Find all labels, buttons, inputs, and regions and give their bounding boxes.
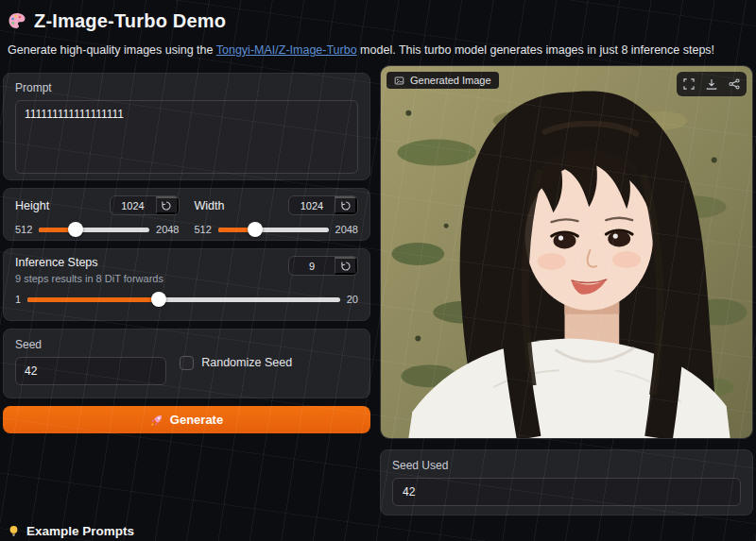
reset-icon — [161, 200, 172, 211]
main-layout: Prompt 111111111111111111 Height — [0, 65, 756, 516]
randomize-seed-label[interactable]: Randomize Seed — [201, 356, 292, 369]
randomize-seed-checkbox[interactable] — [180, 356, 194, 370]
description-text-before: Generate high-quality images using the — [8, 43, 216, 57]
height-reset-button[interactable] — [156, 196, 179, 214]
share-icon — [728, 77, 741, 91]
height-value-input[interactable] — [111, 196, 156, 214]
generate-button[interactable]: Generate — [3, 406, 370, 433]
steps-reset-button[interactable] — [335, 257, 357, 275]
prompt-label: Prompt — [15, 81, 358, 94]
width-min-label: 512 — [195, 224, 212, 235]
steps-slider-handle[interactable] — [151, 292, 166, 307]
description-text-after: model. This turbo model generates images… — [357, 43, 714, 57]
steps-number-box — [288, 256, 358, 276]
reset-icon — [340, 261, 352, 272]
generated-image-badge: Generated Image — [387, 72, 499, 89]
download-icon — [705, 77, 718, 91]
steps-max-label: 20 — [347, 294, 358, 305]
height-slider-handle[interactable] — [68, 222, 83, 237]
seed-label: Seed — [15, 338, 180, 351]
height-max-label: 2048 — [156, 224, 179, 235]
steps-slider-fill — [27, 297, 159, 302]
model-link[interactable]: Tongyi-MAI/Z-Image-Turbo — [216, 43, 357, 57]
height-slider-block: Height 512 — [15, 195, 180, 232]
height-slider-track[interactable] — [39, 228, 149, 232]
app-page: Z-Image-Turbo Demo Generate high-quality… — [0, 0, 756, 541]
steps-value-input[interactable] — [289, 257, 335, 275]
generated-image[interactable] — [381, 66, 752, 438]
rocket-icon — [150, 414, 163, 427]
seed-used-panel: Seed Used — [380, 449, 753, 516]
width-slider-block: Width 512 — [195, 195, 359, 232]
width-slider-handle[interactable] — [248, 222, 263, 237]
prompt-input[interactable]: 111111111111111111 — [15, 100, 358, 174]
output-column: Generated Image — [380, 65, 753, 516]
generated-image-badge-label: Generated Image — [410, 75, 491, 86]
steps-min-label: 1 — [15, 294, 21, 305]
image-icon — [394, 76, 404, 86]
download-button[interactable] — [701, 74, 722, 94]
example-prompts-label: Example Prompts — [26, 524, 134, 538]
width-number-box — [288, 195, 358, 215]
height-number-box — [110, 195, 180, 215]
generated-image-panel: Generated Image — [380, 65, 753, 439]
share-button[interactable] — [724, 74, 745, 94]
inference-steps-panel: Inference Steps 9 steps results in 8 DiT… — [3, 248, 370, 321]
fullscreen-icon — [682, 77, 696, 91]
page-title: Z-Image-Turbo Demo — [34, 10, 226, 32]
height-label: Height — [15, 199, 49, 212]
width-reset-button[interactable] — [335, 196, 357, 214]
width-value-input[interactable] — [289, 196, 335, 214]
fullscreen-button[interactable] — [679, 74, 699, 94]
seed-panel: Seed Randomize Seed — [3, 329, 370, 398]
app-header: Z-Image-Turbo Demo Generate high-quality… — [0, 0, 756, 57]
seed-input[interactable] — [15, 357, 166, 385]
height-min-label: 512 — [15, 224, 32, 235]
example-prompts-header[interactable]: Example Prompts — [8, 524, 134, 538]
controls-column: Prompt 111111111111111111 Height — [3, 65, 370, 516]
reset-icon — [340, 200, 352, 211]
generate-button-label: Generate — [170, 413, 223, 427]
seed-used-label: Seed Used — [392, 459, 741, 472]
prompt-panel: Prompt 111111111111111111 — [3, 73, 370, 180]
page-description: Generate high-quality images using the T… — [8, 43, 748, 57]
seed-used-input[interactable] — [392, 478, 741, 506]
width-max-label: 2048 — [335, 224, 358, 235]
dimensions-panel: Height 512 — [3, 188, 370, 241]
image-toolbar — [677, 72, 747, 96]
steps-info-text: 9 steps results in 8 DiT forwards — [15, 273, 163, 284]
steps-slider-track[interactable] — [27, 297, 340, 302]
width-label: Width — [195, 199, 225, 212]
width-slider-track[interactable] — [218, 228, 329, 232]
steps-label: Inference Steps — [15, 256, 163, 269]
palette-icon — [8, 11, 26, 30]
bulb-icon — [8, 525, 20, 538]
